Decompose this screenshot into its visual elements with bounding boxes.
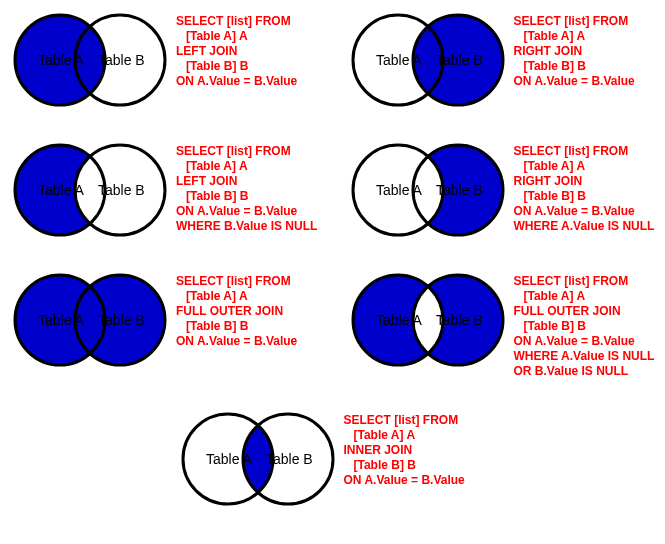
- venn-label-b: Table B: [436, 182, 483, 198]
- venn-label-a: Table A: [38, 52, 85, 68]
- venn-full-outer-join: Table ATable B: [10, 270, 170, 370]
- join-diagram-grid: Table ATable BSELECT [list] FROM [Table …: [10, 10, 655, 509]
- join-cell-full-outer-join: Table ATable BSELECT [list] FROM [Table …: [10, 270, 318, 379]
- venn-diagram: Table ATable B: [178, 409, 338, 509]
- diagram-row: Table ATable BSELECT [list] FROM [Table …: [10, 270, 655, 379]
- join-cell-inner-join: Table ATable BSELECT [list] FROM [Table …: [178, 409, 488, 509]
- join-cell-left-excl-join: Table ATable BSELECT [list] FROM [Table …: [10, 140, 318, 240]
- venn-label-b: Table B: [98, 312, 145, 328]
- sql-inner-join: SELECT [list] FROM [Table A] A INNER JOI…: [344, 409, 465, 488]
- venn-label-a: Table A: [38, 312, 85, 328]
- venn-diagram: Table ATable B: [10, 10, 170, 110]
- diagram-row: Table ATable BSELECT [list] FROM [Table …: [10, 409, 655, 509]
- sql-right-join: SELECT [list] FROM [Table A] A RIGHT JOI…: [514, 10, 635, 89]
- sql-full-outer-excl-join: SELECT [list] FROM [Table A] A FULL OUTE…: [514, 270, 655, 379]
- sql-full-outer-join: SELECT [list] FROM [Table A] A FULL OUTE…: [176, 270, 297, 349]
- venn-label-a: Table A: [376, 312, 423, 328]
- venn-right-join: Table ATable B: [348, 10, 508, 110]
- venn-diagram: Table ATable B: [348, 10, 508, 110]
- join-cell-full-outer-excl-join: Table ATable BSELECT [list] FROM [Table …: [348, 270, 656, 379]
- venn-right-excl-join: Table ATable B: [348, 140, 508, 240]
- venn-diagram: Table ATable B: [10, 270, 170, 370]
- sql-left-join: SELECT [list] FROM [Table A] A LEFT JOIN…: [176, 10, 297, 89]
- venn-left-excl-join: Table ATable B: [10, 140, 170, 240]
- venn-inner-join: Table ATable B: [178, 409, 338, 509]
- venn-label-a: Table A: [376, 52, 423, 68]
- venn-label-b: Table B: [436, 52, 483, 68]
- join-cell-right-excl-join: Table ATable BSELECT [list] FROM [Table …: [348, 140, 656, 240]
- venn-diagram: Table ATable B: [348, 140, 508, 240]
- venn-label-b: Table B: [436, 312, 483, 328]
- join-cell-left-join: Table ATable BSELECT [list] FROM [Table …: [10, 10, 318, 110]
- venn-full-outer-excl-join: Table ATable B: [348, 270, 508, 370]
- diagram-row: Table ATable BSELECT [list] FROM [Table …: [10, 140, 655, 240]
- venn-diagram: Table ATable B: [348, 270, 508, 370]
- venn-label-a: Table A: [206, 451, 253, 467]
- venn-label-a: Table A: [376, 182, 423, 198]
- sql-right-excl-join: SELECT [list] FROM [Table A] A RIGHT JOI…: [514, 140, 655, 234]
- join-cell-right-join: Table ATable BSELECT [list] FROM [Table …: [348, 10, 656, 110]
- venn-label-b: Table B: [98, 52, 145, 68]
- venn-label-b: Table B: [98, 182, 145, 198]
- venn-left-join: Table ATable B: [10, 10, 170, 110]
- venn-diagram: Table ATable B: [10, 140, 170, 240]
- sql-left-excl-join: SELECT [list] FROM [Table A] A LEFT JOIN…: [176, 140, 317, 234]
- venn-label-b: Table B: [266, 451, 313, 467]
- venn-label-a: Table A: [38, 182, 85, 198]
- diagram-row: Table ATable BSELECT [list] FROM [Table …: [10, 10, 655, 110]
